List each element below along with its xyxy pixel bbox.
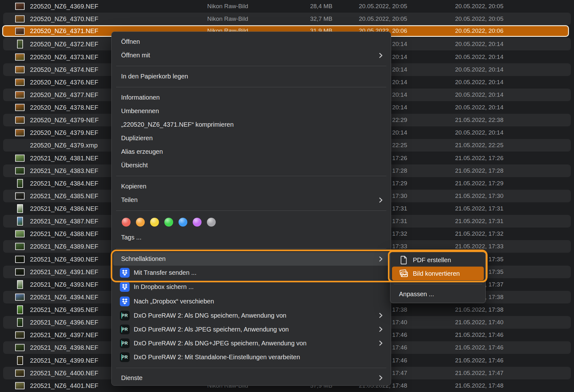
- file-thumbnail-icon: [15, 370, 25, 377]
- menu-item-dxo-jpeg[interactable]: PRDxO PureRAW 2: Als JPEG speichern, Anw…: [112, 322, 391, 336]
- file-name: 220520_NZ6_4370.NEF: [30, 15, 98, 23]
- file-thumbnail-icon: [17, 40, 23, 49]
- context-menu: ÖffnenÖffnen mitIn den Papierkorb legenI…: [111, 32, 391, 386]
- tag-color-blue[interactable]: [179, 218, 187, 227]
- menu-item-quick-actions[interactable]: Schnellaktionen: [113, 252, 389, 266]
- menu-item-get-info[interactable]: Informationen: [112, 91, 391, 104]
- file-name: 220521_NZ6_4397.NEF: [30, 331, 98, 339]
- menu-item-label: Teilen: [121, 196, 375, 204]
- file-name: 220521_NZ6_4389.NEF: [30, 243, 98, 250]
- menu-separator: [390, 280, 485, 287]
- file-name: 220521_NZ6_4383.NEF: [30, 167, 98, 175]
- dxo-pureraw-icon: PR: [120, 311, 130, 320]
- file-thumbnail-icon: [15, 256, 25, 263]
- menu-item-label: Öffnen: [121, 38, 383, 45]
- file-name: 220520_NZ6_4379.xmp: [30, 142, 98, 149]
- menu-item-label: „220520_NZ6_4371.NEF“ komprimieren: [121, 121, 383, 128]
- tag-color-red[interactable]: [122, 218, 131, 227]
- menu-separator: [112, 207, 391, 214]
- menu-item-dxo-standalone[interactable]: PRDxO PureRAW 2: Mit Standalone-Einstell…: [112, 350, 391, 364]
- menu-item-services[interactable]: Dienste: [112, 372, 391, 384]
- file-thumbnail-icon: [17, 179, 23, 188]
- submenu-item-create-pdf[interactable]: PDF erstellen: [390, 253, 485, 267]
- file-name: 220520_NZ6_4376.NEF: [30, 79, 98, 86]
- pdf-document-icon: [399, 255, 408, 265]
- file-date-added: 20.05.2022, 20:14: [455, 41, 503, 48]
- menu-item-label: Kopieren: [121, 183, 383, 190]
- dxo-pureraw-icon: PR: [120, 325, 130, 334]
- file-thumbnail-icon: [15, 117, 25, 124]
- submenu-item-convert-image[interactable]: Bild konvertieren: [392, 267, 484, 280]
- menu-item-label: Umbenennen: [121, 107, 383, 115]
- file-name: 220521_NZ6_4384.NEF: [30, 180, 98, 187]
- file-date-added: 21.05.2022, 17:46: [455, 357, 503, 364]
- menu-item-label: DxO PureRAW 2: Als JPEG speichern, Anwen…: [134, 326, 375, 333]
- menu-item-label: Mit Transfer senden ...: [134, 269, 383, 276]
- file-name: 220521_NZ6_4381.NEF: [30, 155, 98, 162]
- file-date-added: 21.05.2022, 17:30: [455, 193, 503, 199]
- file-kind: Nikon Raw-Bild: [207, 15, 248, 22]
- menu-item-make-alias[interactable]: Alias erzeugen: [112, 145, 391, 159]
- file-thumbnail-icon: [15, 382, 25, 389]
- menu-item-dxo-dng-jpeg[interactable]: PRDxO PureRAW 2: Als DNG+JPEG speichern,…: [112, 336, 391, 350]
- file-kind: Nikon Raw-Bild: [207, 3, 248, 10]
- tag-color-purple[interactable]: [193, 218, 202, 227]
- menu-item-duplicate[interactable]: Duplizieren: [112, 131, 391, 145]
- file-name: 220521_NZ6_4386.NEF: [30, 205, 98, 212]
- menu-item-label: In den Papierkorb legen: [121, 73, 383, 80]
- file-thumbnail-icon: [15, 27, 25, 35]
- chevron-right-icon: [379, 53, 383, 58]
- chevron-right-icon: [379, 326, 383, 332]
- menu-item-label: In Dropbox sichern ...: [134, 283, 383, 291]
- tag-color-gray[interactable]: [207, 218, 216, 227]
- file-date-added: 21.05.2022, 17:38: [455, 306, 503, 313]
- menu-item-dropbox-save[interactable]: In Dropbox sichern ...: [112, 280, 391, 294]
- file-name: 220520_NZ6_4379-NEF: [30, 117, 99, 124]
- file-date-added: 21.05.2022, 17:40: [455, 319, 503, 326]
- menu-item-open-with[interactable]: Öffnen mit: [112, 49, 391, 62]
- menu-item-move-to-trash[interactable]: In den Papierkorb legen: [112, 70, 391, 83]
- menu-item-dxo-dng[interactable]: PRDxO PureRAW 2: Als DNG speichern, Anwe…: [112, 308, 391, 322]
- file-thumbnail-icon: [15, 3, 25, 10]
- menu-item-copy[interactable]: Kopieren: [112, 180, 391, 193]
- menu-item-open[interactable]: Öffnen: [112, 35, 391, 49]
- file-date-added: 21.05.2022, 17:26: [455, 155, 503, 162]
- file-thumbnail-icon: [15, 230, 25, 238]
- file-thumbnail-icon: [17, 305, 23, 314]
- file-row[interactable]: 220520_NZ6_4370.NEFNikon Raw-Bild32,7 MB…: [3, 13, 571, 25]
- file-date-added: 20.05.2022, 20:05: [455, 3, 503, 10]
- menu-item-quick-look[interactable]: Übersicht: [112, 159, 391, 172]
- menu-item-dropbox-move[interactable]: Nach „Dropbox“ verschieben: [112, 294, 391, 308]
- tag-color-orange[interactable]: [136, 218, 145, 227]
- file-thumbnail-icon: [15, 268, 25, 276]
- menu-item-compress[interactable]: „220520_NZ6_4371.NEF“ komprimieren: [112, 118, 391, 131]
- menu-item-label: Duplizieren: [121, 135, 383, 142]
- chevron-right-icon: [379, 313, 383, 318]
- submenu-item-customize[interactable]: Anpassen ...: [390, 287, 485, 301]
- file-thumbnail-icon: [17, 204, 23, 213]
- file-thumbnail-icon: [15, 66, 25, 73]
- menu-item-share[interactable]: Teilen: [112, 193, 391, 207]
- quick-actions-submenu: PDF erstellenBild konvertierenAnpassen .…: [390, 251, 486, 303]
- file-thumbnail-icon: [15, 15, 25, 23]
- file-name: 220521_NZ6_4400.NEF: [30, 370, 98, 377]
- file-row[interactable]: 220520_NZ6_4369.NEFNikon Raw-Bild28,4 MB…: [3, 0, 571, 13]
- file-name: 220520_NZ6_4373.NEF: [30, 54, 98, 61]
- menu-item-tags[interactable]: Tags ...: [112, 230, 391, 245]
- file-thumbnail-icon: [17, 356, 23, 365]
- finder-window: 220520_NZ6_4369.NEFNikon Raw-Bild28,4 MB…: [0, 0, 574, 392]
- file-name: 220520_NZ6_4378.NEF: [30, 104, 98, 111]
- tag-color-green[interactable]: [164, 218, 173, 227]
- menu-separator: [112, 62, 391, 70]
- file-name: 220520_NZ6_4371.NEF: [30, 27, 98, 34]
- file-name: 220521_NZ6_4395.NEF: [30, 306, 98, 314]
- menu-item-rename[interactable]: Umbenennen: [112, 104, 391, 118]
- file-name: 220520_NZ6_4372.NEF: [30, 41, 98, 48]
- file-date-added: 20.05.2022, 20:14: [455, 66, 503, 73]
- menu-item-label: DxO PureRAW 2: Mit Standalone-Einstellun…: [134, 354, 383, 361]
- menu-separator: [112, 172, 391, 180]
- tag-color-yellow[interactable]: [150, 218, 159, 227]
- menu-separator: [112, 364, 391, 372]
- file-thumbnail-icon: [15, 129, 25, 136]
- menu-item-transfer-send[interactable]: Mit Transfer senden ...: [112, 266, 391, 280]
